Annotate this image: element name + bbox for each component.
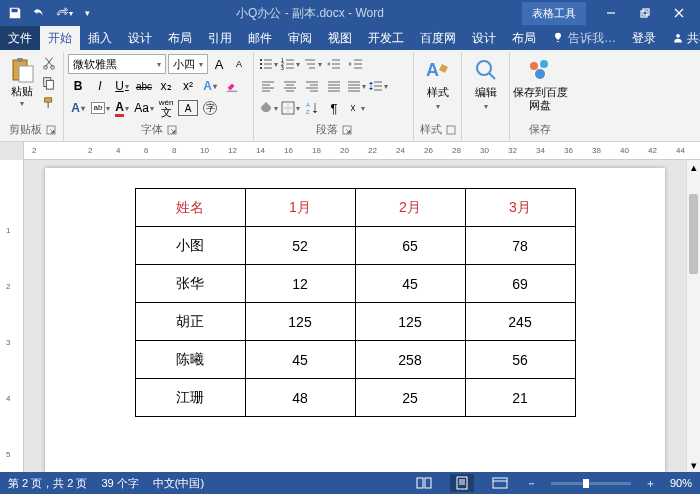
tab-home[interactable]: 开始 — [40, 26, 80, 50]
table-cell[interactable]: 56 — [465, 341, 575, 379]
align-left[interactable] — [258, 76, 278, 96]
styles-button[interactable]: A 样式▾ — [416, 56, 460, 112]
table-cell[interactable]: 江珊 — [135, 379, 245, 417]
vertical-scrollbar[interactable]: ▴ ▾ — [686, 160, 700, 472]
table-cell[interactable]: 65 — [355, 227, 465, 265]
status-language[interactable]: 中文(中国) — [153, 476, 204, 491]
tab-baidu[interactable]: 百度网 — [412, 26, 464, 50]
font-size-combo[interactable]: 小四▾ — [168, 54, 208, 74]
zoom-in[interactable]: ＋ — [645, 476, 656, 491]
text-effects-button[interactable]: A▾ — [200, 76, 220, 96]
zoom-level[interactable]: 90% — [670, 477, 692, 489]
font-effects-a[interactable]: A▾ — [68, 98, 88, 118]
minimize-button[interactable] — [594, 0, 628, 26]
close-button[interactable] — [662, 0, 696, 26]
restore-button[interactable] — [628, 0, 662, 26]
status-page[interactable]: 第 2 页，共 2 页 — [8, 476, 87, 491]
tab-table-layout[interactable]: 布局 — [504, 26, 544, 50]
tab-table-design[interactable]: 设计 — [464, 26, 504, 50]
tab-layout[interactable]: 布局 — [160, 26, 200, 50]
superscript-button[interactable]: x² — [178, 76, 198, 96]
table-cell[interactable]: 245 — [465, 303, 575, 341]
data-table[interactable]: 姓名1月2月3月小图526578张华124569胡正125125245陈曦452… — [135, 188, 576, 417]
scroll-down[interactable]: ▾ — [687, 458, 700, 472]
strike-button[interactable]: abc — [134, 76, 154, 96]
show-marks[interactable]: ¶ — [324, 98, 344, 118]
clear-format-button[interactable] — [222, 76, 242, 96]
tab-file[interactable]: 文件 — [0, 26, 40, 50]
copy-button[interactable] — [39, 74, 59, 92]
table-cell[interactable]: 78 — [465, 227, 575, 265]
font-name-combo[interactable]: 微软雅黑▾ — [68, 54, 166, 74]
sort-button[interactable]: AZ — [302, 98, 322, 118]
align-distribute[interactable]: ▾ — [346, 76, 366, 96]
line-spacing[interactable]: ▾ — [368, 76, 388, 96]
qat-undo[interactable] — [28, 2, 50, 24]
enclose-char-button[interactable]: 字 — [200, 98, 220, 118]
tab-review[interactable]: 审阅 — [280, 26, 320, 50]
view-web[interactable] — [488, 474, 512, 492]
bullets-button[interactable]: ▾ — [258, 54, 278, 74]
horizontal-ruler[interactable]: 2246810121416182022242628303234363840424… — [24, 142, 700, 160]
styles-launcher[interactable] — [446, 125, 456, 135]
scroll-up[interactable]: ▴ — [687, 160, 700, 174]
align-right[interactable] — [302, 76, 322, 96]
grow-font[interactable]: A — [210, 55, 228, 73]
table-header-cell[interactable]: 姓名 — [135, 189, 245, 227]
scroll-thumb[interactable] — [689, 194, 698, 274]
editing-button[interactable]: 编辑▾ — [464, 56, 508, 112]
qat-customize[interactable]: ▾ — [76, 2, 98, 24]
table-cell[interactable]: 125 — [245, 303, 355, 341]
font-launcher[interactable] — [167, 125, 177, 135]
table-cell[interactable]: 陈曦 — [135, 341, 245, 379]
italic-button[interactable]: I — [90, 76, 110, 96]
font-color-button[interactable]: A▾ — [112, 98, 132, 118]
shrink-font[interactable]: A — [230, 55, 248, 73]
tab-view[interactable]: 视图 — [320, 26, 360, 50]
table-cell[interactable]: 125 — [355, 303, 465, 341]
table-cell[interactable]: 48 — [245, 379, 355, 417]
qat-save[interactable] — [4, 2, 26, 24]
align-justify[interactable] — [324, 76, 344, 96]
subscript-button[interactable]: x₂ — [156, 76, 176, 96]
view-read[interactable] — [412, 474, 436, 492]
table-cell[interactable]: 张华 — [135, 265, 245, 303]
qat-redo[interactable]: ▾ — [52, 2, 74, 24]
clipboard-launcher[interactable] — [46, 125, 56, 135]
table-cell[interactable]: 21 — [465, 379, 575, 417]
numbering-button[interactable]: 123▾ — [280, 54, 300, 74]
underline-button[interactable]: U▾ — [112, 76, 132, 96]
borders-button[interactable]: ▾ — [280, 98, 300, 118]
paste-button[interactable]: 粘贴 ▾ — [6, 54, 37, 112]
table-cell[interactable]: 258 — [355, 341, 465, 379]
tab-references[interactable]: 引用 — [200, 26, 240, 50]
table-cell[interactable]: 小图 — [135, 227, 245, 265]
highlight-button[interactable]: ab▾ — [90, 98, 110, 118]
table-cell[interactable]: 胡正 — [135, 303, 245, 341]
char-border-button[interactable]: A — [178, 100, 198, 116]
share-button[interactable]: 共享 — [664, 26, 700, 50]
multilevel-button[interactable]: ▾ — [302, 54, 322, 74]
increase-indent[interactable] — [346, 54, 366, 74]
ruby-button[interactable]: wén文 — [156, 98, 176, 118]
format-painter-button[interactable] — [39, 94, 59, 112]
table-cell[interactable]: 45 — [245, 341, 355, 379]
tell-me[interactable]: 告诉我… — [544, 26, 624, 50]
document-viewport[interactable]: 姓名1月2月3月小图526578张华124569胡正125125245陈曦452… — [24, 160, 686, 472]
vertical-ruler[interactable]: 12345 — [0, 160, 24, 472]
table-cell[interactable]: 25 — [355, 379, 465, 417]
table-cell[interactable]: 45 — [355, 265, 465, 303]
table-cell[interactable]: 52 — [245, 227, 355, 265]
save-baidu-button[interactable]: 保存到百度网盘 — [512, 56, 568, 112]
zoom-out[interactable]: － — [526, 476, 537, 491]
login-button[interactable]: 登录 — [624, 26, 664, 50]
table-cell[interactable]: 69 — [465, 265, 575, 303]
table-cell[interactable]: 12 — [245, 265, 355, 303]
tab-mailings[interactable]: 邮件 — [240, 26, 280, 50]
status-words[interactable]: 39 个字 — [101, 476, 138, 491]
paragraph-launcher[interactable] — [342, 125, 352, 135]
tab-insert[interactable]: 插入 — [80, 26, 120, 50]
view-print[interactable] — [450, 474, 474, 492]
table-header-cell[interactable]: 2月 — [355, 189, 465, 227]
align-center[interactable] — [280, 76, 300, 96]
